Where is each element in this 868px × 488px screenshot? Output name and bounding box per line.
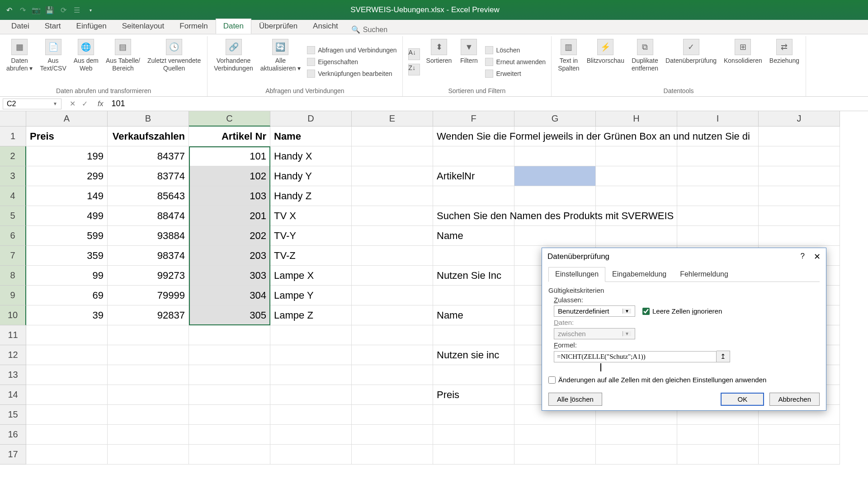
cell-E8[interactable] [352, 266, 433, 286]
formula-input[interactable]: 101 [108, 99, 868, 108]
cell-B17[interactable] [108, 445, 189, 465]
col-header-D[interactable]: D [270, 111, 352, 127]
cell-I3[interactable] [677, 166, 759, 186]
search-box[interactable]: 🔍 Suchen [346, 25, 393, 34]
properties-button[interactable]: Eigenschaften [305, 57, 398, 67]
relationships-button[interactable]: ⇄Beziehung [767, 37, 802, 86]
cell-B2[interactable]: 84377 [108, 146, 189, 166]
select-all-corner[interactable] [0, 111, 26, 127]
data-validation-button[interactable]: ✓Datenüberprüfung [663, 37, 719, 86]
cell-D8[interactable]: Lampe X [270, 266, 352, 286]
qat-dropdown-icon[interactable]: ▾ [86, 5, 95, 14]
cell-G3[interactable] [514, 166, 596, 186]
range-selector-button[interactable]: ↥ [717, 351, 730, 362]
cell-A6[interactable]: 599 [26, 226, 108, 246]
cell-F17[interactable] [433, 445, 514, 465]
cell-E6[interactable] [352, 226, 433, 246]
cell-D3[interactable]: Handy Y [270, 166, 352, 186]
cell-B14[interactable] [108, 385, 189, 405]
tab-start[interactable]: Start [37, 19, 69, 34]
cell-H17[interactable] [596, 445, 677, 465]
row-header-15[interactable]: 15 [0, 405, 26, 425]
existing-connections-button[interactable]: 🔗VorhandeneVerbindungen [211, 37, 255, 86]
touch-icon[interactable]: ☰ [72, 5, 81, 14]
cell-C14[interactable] [189, 385, 270, 405]
filter-button[interactable]: ▼Filtern [456, 37, 481, 86]
cell-D4[interactable]: Handy Z [270, 186, 352, 206]
clear-filter-button[interactable]: Löschen [483, 45, 547, 55]
cell-H4[interactable] [596, 186, 677, 206]
cell-H3[interactable] [596, 166, 677, 186]
cell-C2[interactable]: 101 [189, 146, 270, 166]
advanced-filter-button[interactable]: Erweitert [483, 69, 547, 79]
cell-J6[interactable] [759, 226, 840, 246]
row-header-17[interactable]: 17 [0, 445, 26, 465]
cell-A9[interactable]: 69 [26, 286, 108, 305]
save-icon[interactable]: 💾 [45, 5, 54, 14]
help-icon[interactable]: ? [801, 252, 805, 262]
cell-D16[interactable] [270, 425, 352, 445]
recent-sources-button[interactable]: 🕓Zuletzt verwendeteQuellen [145, 37, 203, 86]
allow-select[interactable]: Benutzerdefiniert ▼ [554, 305, 635, 317]
cell-F14[interactable]: Preis [433, 385, 514, 405]
cell-C16[interactable] [189, 425, 270, 445]
queries-connections-button[interactable]: Abfragen und Verbindungen [305, 45, 398, 55]
cell-J4[interactable] [759, 186, 840, 206]
cell-A5[interactable]: 499 [26, 206, 108, 226]
cell-D7[interactable]: TV-Z [270, 246, 352, 266]
cell-F13[interactable] [433, 365, 514, 385]
cell-C9[interactable]: 304 [189, 286, 270, 305]
from-web-button[interactable]: 🌐Aus demWeb [71, 37, 101, 86]
refresh-all-button[interactable]: 🔄Alleaktualisieren ▾ [258, 37, 304, 86]
cell-A11[interactable] [26, 325, 108, 345]
cell-J17[interactable] [759, 445, 840, 465]
cell-E16[interactable] [352, 425, 433, 445]
cell-E11[interactable] [352, 325, 433, 345]
name-box[interactable]: C2 ▼ [3, 99, 61, 109]
cell-E13[interactable] [352, 365, 433, 385]
cell-F8[interactable]: Nutzen Sie Inc [433, 266, 514, 286]
cancel-formula-icon[interactable]: ✕ [70, 99, 75, 108]
cell-D13[interactable] [270, 365, 352, 385]
cell-C1[interactable]: Artikel Nr [189, 127, 270, 146]
cell-E17[interactable] [352, 445, 433, 465]
apply-changes-checkbox[interactable]: Änderungen auf alle Zellen mit den gleic… [548, 376, 820, 384]
cell-C12[interactable] [189, 345, 270, 365]
dialog-titlebar[interactable]: Datenüberprüfung ? ✕ [542, 248, 826, 265]
cell-F11[interactable] [433, 325, 514, 345]
row-header-11[interactable]: 11 [0, 325, 26, 345]
cell-A14[interactable] [26, 385, 108, 405]
cell-E4[interactable] [352, 186, 433, 206]
cell-I16[interactable] [677, 425, 759, 445]
cell-J5[interactable] [759, 206, 840, 226]
cell-G16[interactable] [514, 425, 596, 445]
cell-F2[interactable] [433, 146, 514, 166]
cell-C8[interactable]: 303 [189, 266, 270, 286]
cell-C5[interactable]: 201 [189, 206, 270, 226]
cell-F9[interactable] [433, 286, 514, 305]
cell-I6[interactable] [677, 226, 759, 246]
row-header-6[interactable]: 6 [0, 226, 26, 246]
cell-E3[interactable] [352, 166, 433, 186]
dialog-tab-error-alert[interactable]: Fehlermeldung [673, 267, 735, 282]
tab-formeln[interactable]: Formeln [172, 19, 215, 34]
cell-F7[interactable] [433, 246, 514, 266]
camera-icon[interactable]: 📷 [32, 5, 41, 14]
sort-za-button[interactable]: Z↓ [406, 63, 422, 76]
close-icon[interactable]: ✕ [814, 252, 821, 262]
cell-E14[interactable] [352, 385, 433, 405]
cell-E2[interactable] [352, 146, 433, 166]
col-header-F[interactable]: F [433, 111, 514, 127]
cell-B4[interactable]: 85643 [108, 186, 189, 206]
cell-E9[interactable] [352, 286, 433, 305]
apply-changes-input[interactable] [548, 376, 556, 384]
reapply-button[interactable]: Erneut anwenden [483, 57, 547, 67]
cell-D5[interactable]: TV X [270, 206, 352, 226]
row-header-14[interactable]: 14 [0, 385, 26, 405]
cell-B12[interactable] [108, 345, 189, 365]
cell-B6[interactable]: 93884 [108, 226, 189, 246]
formula-input[interactable] [554, 351, 717, 362]
cell-C7[interactable]: 203 [189, 246, 270, 266]
cell-A7[interactable]: 359 [26, 246, 108, 266]
row-header-12[interactable]: 12 [0, 345, 26, 365]
